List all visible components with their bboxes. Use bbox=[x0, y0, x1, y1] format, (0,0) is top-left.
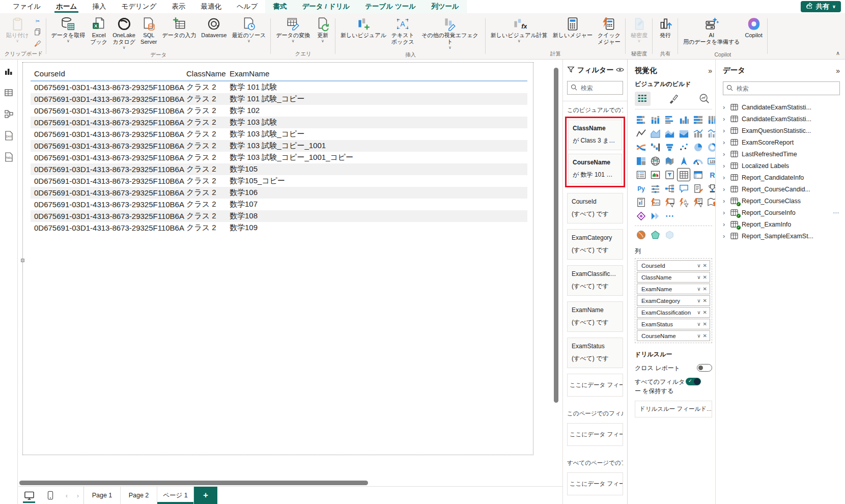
refresh-button[interactable]: 更新∨ bbox=[313, 15, 333, 44]
field-pill-ExamName[interactable]: ExamName∨✕ bbox=[637, 284, 710, 294]
data-table-item[interactable]: ›✓Report_CourseClass bbox=[723, 195, 840, 207]
expand-chevron-icon[interactable]: › bbox=[723, 103, 728, 111]
table-row[interactable]: 0D675691-03D1-4313-8673-29325F110B6Aクラス … bbox=[31, 128, 527, 140]
expand-chevron-icon[interactable]: › bbox=[723, 220, 728, 228]
visual-type-matrix[interactable] bbox=[692, 169, 704, 181]
expand-chevron-icon[interactable]: › bbox=[723, 162, 728, 170]
page-tab-Page 2[interactable]: Page 2 bbox=[121, 487, 157, 504]
table-row[interactable]: 0D675691-03D1-4313-8673-29325F110B6Aクラス … bbox=[31, 210, 527, 222]
page-tab-ページ 1[interactable]: ページ 1 bbox=[157, 487, 194, 504]
collapse-ribbon-button[interactable]: ∧ bbox=[836, 50, 840, 57]
remove-field-icon[interactable]: ✕ bbox=[703, 321, 707, 327]
visual-type-power-apps[interactable] bbox=[635, 210, 647, 222]
data-table-item[interactable]: ›LastRefreshedTime bbox=[723, 148, 840, 160]
new-visual-button[interactable]: 新しいビジュアル bbox=[338, 15, 389, 40]
visual-type-python[interactable]: Py bbox=[635, 182, 647, 194]
visual-type-gauge[interactable] bbox=[692, 155, 704, 167]
menu-tab-0[interactable]: ファイル bbox=[5, 0, 48, 13]
column-header-ClassName[interactable]: ClassName bbox=[186, 69, 230, 78]
remove-field-icon[interactable]: ✕ bbox=[703, 333, 707, 339]
data-table-item[interactable]: ›Report_CourseCandid... bbox=[723, 183, 840, 195]
remove-field-icon[interactable]: ✕ bbox=[703, 310, 707, 315]
data-table-item[interactable]: ›Report_CandidateInfo bbox=[723, 172, 840, 183]
expand-chevron-icon[interactable]: › bbox=[723, 185, 728, 193]
visual-type-decomposition-tree[interactable] bbox=[663, 182, 675, 194]
format-visual-tab[interactable] bbox=[666, 92, 682, 106]
filter-card-ExamCategory[interactable]: ExamCategory(すべて) です bbox=[567, 229, 623, 260]
table-row[interactable]: 0D675691-03D1-4313-8673-29325F110B6Aクラス … bbox=[31, 81, 527, 93]
dataverse-button[interactable]: Dataverse bbox=[199, 15, 229, 40]
visual-type-table[interactable] bbox=[678, 169, 690, 181]
format-painter-button[interactable] bbox=[32, 38, 44, 48]
filter-search-input[interactable] bbox=[580, 84, 619, 92]
menu-tab-6[interactable]: ヘルプ bbox=[229, 0, 265, 13]
keep-filters-toggle[interactable]: ✓ bbox=[686, 378, 701, 385]
visual-type-treemap[interactable] bbox=[635, 155, 647, 167]
collapse-data-pane-icon[interactable]: » bbox=[836, 67, 840, 75]
data-table-item[interactable]: ›Localized Labels bbox=[723, 160, 840, 172]
visual-type-qa[interactable] bbox=[678, 182, 690, 194]
menu-tab-3[interactable]: モデリング bbox=[114, 0, 164, 13]
page-tab-Page 1[interactable]: Page 1 bbox=[84, 487, 121, 504]
cross-report-toggle[interactable] bbox=[697, 364, 712, 372]
table-row[interactable]: 0D675691-03D1-4313-8673-29325F110B6Aクラス … bbox=[31, 152, 527, 163]
expand-chevron-icon[interactable]: › bbox=[723, 209, 728, 216]
visual-type-scatter[interactable] bbox=[678, 141, 690, 153]
menu-tab-1[interactable]: ホーム bbox=[48, 0, 84, 13]
menu-tab-4[interactable]: 表示 bbox=[164, 0, 193, 13]
paste-button[interactable]: 貼り付け∨ bbox=[4, 15, 32, 44]
visual-type-map[interactable] bbox=[649, 155, 661, 167]
new-page-button[interactable]: + bbox=[194, 487, 217, 504]
data-table-item[interactable]: ›✓Report_ExamInfo bbox=[723, 218, 840, 230]
filter-card-ExamClassification[interactable]: ExamClassification(すべて) です bbox=[567, 265, 623, 296]
tmdl-view-button[interactable]: TMDL bbox=[3, 151, 14, 162]
data-table-item[interactable]: ›CandidateExamStatisti... bbox=[723, 113, 840, 125]
cut-button[interactable]: ✂ bbox=[32, 16, 44, 26]
visual-calc-button[interactable]: fx新しいビジュアル計算∨ bbox=[488, 15, 550, 44]
visual-type-stacked-bar[interactable] bbox=[635, 114, 647, 126]
canvas-vertical-scrollbar[interactable] bbox=[554, 68, 558, 403]
visual-type-pie[interactable] bbox=[692, 141, 704, 153]
copy-button[interactable] bbox=[32, 27, 44, 37]
field-pill-CourseName[interactable]: CourseName∨✕ bbox=[637, 330, 710, 341]
remove-field-icon[interactable]: ✕ bbox=[703, 298, 707, 303]
sql-server-button[interactable]: SQL Server bbox=[138, 15, 159, 46]
visual-type-area[interactable] bbox=[649, 127, 661, 139]
remove-field-icon[interactable]: ✕ bbox=[703, 263, 707, 268]
menu-tab-7[interactable]: 書式 bbox=[265, 0, 294, 13]
desktop-view-button[interactable] bbox=[18, 487, 40, 504]
canvas-horizontal-scrollbar[interactable] bbox=[19, 481, 368, 485]
prepare-ai-button[interactable]: AI 用のデータを準備する bbox=[681, 15, 743, 46]
visual-type-custom-ball[interactable] bbox=[635, 229, 647, 241]
chevron-down-icon[interactable]: ∨ bbox=[697, 298, 700, 303]
new-measure-button[interactable]: 新しいメジャー bbox=[550, 15, 595, 40]
visual-type-custom-cube[interactable] bbox=[663, 229, 675, 241]
build-visual-tab[interactable] bbox=[635, 92, 651, 106]
data-table-item[interactable]: ›ExamScoreReport bbox=[723, 136, 840, 148]
visual-type-clustered-column[interactable] bbox=[678, 114, 690, 126]
visual-filter-drop-zone[interactable]: ここにデータ フィールド... bbox=[567, 374, 623, 397]
collapse-filter-pane-icon[interactable]: » bbox=[627, 66, 628, 74]
visual-type-100-stacked-bar[interactable] bbox=[692, 114, 704, 126]
quick-measure-button[interactable]: クイック メジャー bbox=[595, 15, 623, 46]
mobile-view-button[interactable] bbox=[40, 487, 61, 504]
column-header-ExamName[interactable]: ExamName bbox=[230, 69, 527, 78]
table-row[interactable]: 0D675691-03D1-4313-8673-29325F110B6Aクラス … bbox=[31, 93, 527, 105]
visual-type-dynamic-slicer[interactable] bbox=[663, 196, 675, 208]
table-row[interactable]: 0D675691-03D1-4313-8673-29325F110B6Aクラス … bbox=[31, 140, 527, 152]
table-row[interactable]: 0D675691-03D1-4313-8673-29325F110B6Aクラス … bbox=[31, 163, 527, 175]
dax-query-view-button[interactable]: DAX bbox=[3, 130, 14, 141]
more-options-icon[interactable]: ⋯ bbox=[833, 209, 840, 216]
visual-type-stacked-column[interactable] bbox=[649, 114, 661, 126]
visual-type-paginated-report[interactable] bbox=[635, 196, 647, 208]
visual-type-ribbon[interactable] bbox=[635, 141, 647, 153]
visual-type-azure-map[interactable] bbox=[678, 155, 690, 167]
expand-chevron-icon[interactable]: › bbox=[723, 115, 728, 123]
menu-tab-2[interactable]: 挿入 bbox=[84, 0, 114, 13]
visual-type-custom-pentagon[interactable] bbox=[649, 229, 661, 241]
visual-type-stacked-area[interactable] bbox=[663, 127, 675, 139]
visual-type-dynamic-card[interactable]: 123 bbox=[649, 196, 661, 208]
table-row[interactable]: 0D675691-03D1-4313-8673-29325F110B6Aクラス … bbox=[31, 222, 527, 234]
filter-card-ExamStatus[interactable]: ExamStatus(すべて) です bbox=[567, 338, 623, 368]
visual-type-line-stacked-column[interactable] bbox=[692, 127, 704, 139]
